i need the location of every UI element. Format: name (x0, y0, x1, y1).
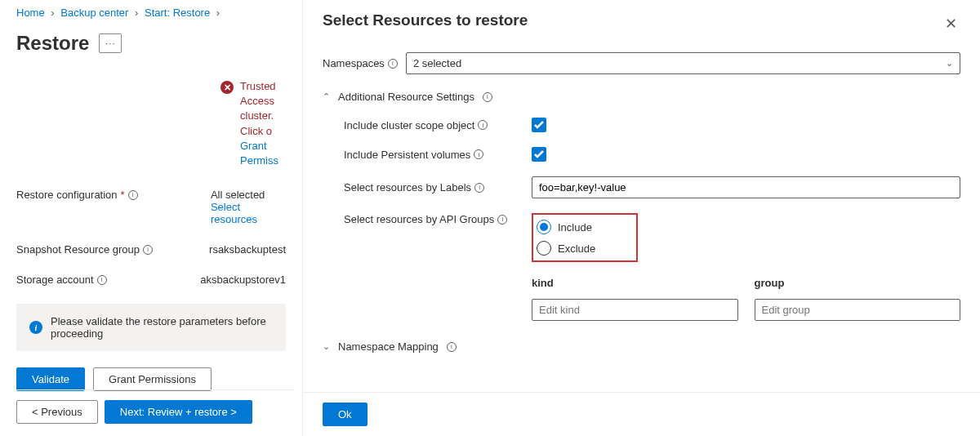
labels-input[interactable] (532, 176, 960, 198)
info-icon[interactable]: i (143, 245, 153, 255)
error-message: Trusted Access cluster. Click o Grant Pe… (240, 79, 286, 168)
storage-account-value: aksbackupstorev1 (200, 274, 286, 286)
breadcrumb-backup-center[interactable]: Backup center (60, 7, 128, 19)
required-marker: * (121, 189, 125, 201)
snapshot-rg-label: Snapshot Resource group (16, 243, 140, 256)
namespace-mapping-label: Namespace Mapping (338, 340, 439, 353)
group-input[interactable] (755, 299, 961, 321)
chevron-up-icon: ⌃ (323, 91, 330, 102)
ok-button[interactable]: Ok (323, 403, 368, 426)
include-cluster-scope-label: Include cluster scope object (344, 119, 474, 131)
info-icon[interactable]: i (474, 183, 484, 193)
breadcrumb-sep: › (51, 7, 54, 19)
breadcrumb-start-restore[interactable]: Start: Restore (145, 7, 210, 19)
namespace-mapping-header[interactable]: ⌄ Namespace Mapping i (323, 340, 960, 353)
api-groups-radio-highlight: Include Exclude (532, 213, 638, 262)
additional-settings-label: Additional Resource Settings (338, 91, 474, 103)
info-icon: i (29, 321, 42, 334)
previous-button[interactable]: < Previous (16, 400, 98, 424)
select-by-labels-label: Select resources by Labels (344, 181, 471, 194)
validate-button[interactable]: Validate (16, 367, 85, 391)
chevron-down-icon: ⌄ (323, 341, 330, 352)
radio-icon (537, 241, 551, 256)
info-icon[interactable]: i (483, 92, 492, 102)
kind-input[interactable] (532, 299, 738, 321)
restore-config-value: All selected (211, 189, 286, 201)
kind-column-header: kind (532, 277, 738, 289)
radio-icon (537, 220, 551, 234)
include-cluster-scope-checkbox[interactable] (532, 118, 546, 132)
page-title: Restore (16, 32, 89, 55)
info-icon[interactable]: i (128, 190, 138, 200)
breadcrumb-sep: › (216, 7, 220, 19)
exclude-radio-label: Exclude (558, 242, 595, 255)
info-icon[interactable]: i (497, 215, 507, 225)
close-icon[interactable]: ✕ (942, 11, 960, 36)
select-by-api-label: Select resources by API Groups (344, 213, 494, 225)
info-icon[interactable]: i (447, 342, 457, 352)
banner-text: Please validate the restore parameters b… (51, 315, 273, 340)
error-icon: ✕ (220, 81, 234, 94)
breadcrumb-sep: › (135, 7, 138, 19)
info-icon[interactable]: i (97, 275, 107, 285)
info-icon[interactable]: i (388, 59, 398, 69)
info-icon[interactable]: i (474, 149, 483, 159)
info-icon[interactable]: i (478, 120, 488, 130)
grant-permissions-button[interactable]: Grant Permissions (93, 367, 212, 391)
group-column-header: group (755, 277, 961, 289)
additional-settings-header[interactable]: ⌃ Additional Resource Settings i (323, 91, 960, 103)
snapshot-rg-value: rsaksbackuptest (209, 243, 286, 256)
storage-account-label: Storage account (16, 274, 94, 286)
include-radio[interactable]: Include (537, 220, 626, 234)
namespaces-select[interactable]: 2 selected ⌄ (406, 52, 960, 74)
namespaces-value: 2 selected (413, 57, 461, 69)
next-button[interactable]: Next: Review + restore > (105, 400, 252, 424)
namespaces-label: Namespaces (323, 57, 385, 69)
blade-title: Select Resources to restore (323, 11, 528, 29)
include-pv-label: Include Persistent volumes (344, 149, 470, 161)
breadcrumb: Home › Backup center › Start: Restore › (16, 0, 286, 25)
chevron-down-icon: ⌄ (946, 58, 953, 69)
select-resources-blade: Select Resources to restore ✕ Namespaces… (302, 0, 980, 436)
grant-permissions-link[interactable]: Grant Permiss (240, 139, 286, 168)
breadcrumb-home[interactable]: Home (16, 7, 45, 19)
more-button[interactable]: ··· (99, 33, 122, 53)
exclude-radio[interactable]: Exclude (537, 241, 626, 256)
select-resources-link[interactable]: Select resources (211, 201, 286, 225)
restore-config-label: Restore configuration (16, 189, 118, 201)
include-radio-label: Include (558, 221, 592, 234)
info-banner: i Please validate the restore parameters… (16, 304, 286, 351)
include-pv-checkbox[interactable] (532, 147, 546, 162)
